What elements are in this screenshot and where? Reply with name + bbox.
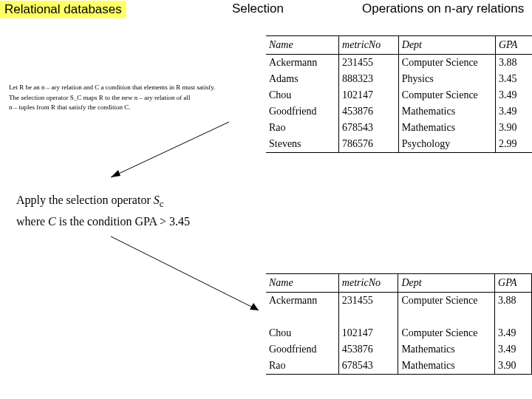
svg-line-0	[111, 122, 229, 177]
cell: Computer Science	[398, 55, 495, 72]
cell: Mathematics	[398, 341, 495, 358]
text: where	[16, 215, 48, 228]
cell: 102147	[339, 87, 399, 103]
definition-line: n – tuples from R that satisfy the condi…	[9, 103, 260, 113]
condition-C: C	[48, 215, 56, 228]
cell: 3.49	[495, 87, 532, 103]
cell: 3.88	[495, 293, 532, 310]
cell: Rao	[266, 358, 338, 375]
svg-line-2	[111, 236, 259, 310]
definition-line: The selection operator S_C maps R to the…	[9, 93, 260, 103]
definition-text: Let R be an n – ary relation and C a con…	[9, 83, 260, 113]
cell: Computer Science	[398, 325, 495, 341]
cell: 678543	[338, 358, 398, 375]
cell: 888323	[339, 71, 399, 87]
apply-line2: where C is the condition GPA > 3.45	[16, 212, 190, 231]
cell: 3.49	[495, 103, 532, 120]
col-header-name: Name	[266, 36, 339, 55]
cell: Mathematics	[398, 120, 495, 136]
cell: 3.90	[495, 120, 532, 136]
col-header-name: Name	[266, 274, 338, 293]
cell: 3.45	[495, 71, 532, 87]
cell: 3.49	[495, 325, 532, 341]
operator-subscript: c	[160, 198, 164, 209]
cell: Physics	[398, 71, 495, 87]
slide-subtitle: Operations on n-ary relations	[362, 1, 524, 16]
table-row: Adams888323Physics3.45	[266, 71, 532, 87]
cell: Computer Science	[398, 87, 495, 103]
text: Apply the	[16, 194, 64, 206]
cell: 678543	[339, 120, 399, 136]
cell: Adams	[266, 71, 339, 87]
cell: Goodfriend	[266, 103, 339, 120]
apply-line1: Apply the selection operator Sc	[16, 191, 190, 212]
col-header-metric: metricNo	[339, 36, 399, 55]
col-header-dept: Dept	[398, 36, 495, 55]
topic-highlight: Relational databases	[0, 1, 126, 18]
table-row: Ackermann231455Computer Science3.88	[266, 55, 532, 72]
input-relation-table: Name metricNo Dept GPA Ackermann231455Co…	[266, 35, 532, 153]
svg-marker-1	[111, 170, 120, 177]
col-header-metric: metricNo	[338, 274, 398, 293]
cell: 3.49	[495, 341, 532, 358]
cell: Mathematics	[398, 103, 495, 120]
cell: 453876	[338, 341, 398, 358]
text: selection operator	[66, 194, 154, 206]
cell: Stevens	[266, 136, 339, 153]
cell: 102147	[338, 325, 398, 341]
arrow-icon	[96, 118, 244, 192]
cell: Ackermann	[266, 293, 338, 310]
slide-title: Selection	[232, 1, 284, 16]
cell: 3.90	[495, 358, 532, 375]
cell: Chou	[266, 87, 339, 103]
cell: 231455	[338, 293, 398, 310]
col-header-gpa: GPA	[495, 274, 532, 293]
output-relation-table: Name metricNo Dept GPA Ackermann231455Co…	[266, 273, 532, 375]
definition-line: Let R be an n – ary relation and C a con…	[9, 83, 260, 93]
cell: Goodfriend	[266, 341, 338, 358]
cell: Ackermann	[266, 55, 339, 72]
cell: Chou	[266, 325, 338, 341]
apply-text: Apply the selection operator Sc where C …	[16, 191, 190, 231]
table-row: Chou102147Computer Science3.49	[266, 325, 532, 341]
cell: 786576	[339, 136, 399, 153]
col-header-dept: Dept	[398, 274, 495, 293]
table-row: Rao678543Mathematics3.90	[266, 120, 532, 136]
cell: 3.88	[495, 55, 532, 72]
cell: 2.99	[495, 136, 532, 153]
table-row: Ackermann231455Computer Science3.88	[266, 293, 532, 310]
table-row: Goodfriend453876Mathematics3.49	[266, 103, 532, 120]
table-row: Chou102147Computer Science3.49	[266, 87, 532, 103]
cell: Mathematics	[398, 358, 495, 375]
table-row: Stevens786576Psychology2.99	[266, 136, 532, 153]
table-row: Goodfriend453876Mathematics3.49	[266, 341, 532, 358]
cell: Psychology	[398, 136, 495, 153]
cell: 231455	[339, 55, 399, 72]
arrow-icon	[103, 229, 273, 325]
cell: Rao	[266, 120, 339, 136]
table-gap-row	[266, 309, 532, 325]
cell: Computer Science	[398, 293, 495, 310]
col-header-gpa: GPA	[495, 36, 532, 55]
table-row: Rao678543Mathematics3.90	[266, 358, 532, 375]
operator-S: S	[154, 194, 160, 206]
cell: 453876	[339, 103, 399, 120]
text: is the condition GPA > 3.45	[56, 215, 190, 228]
